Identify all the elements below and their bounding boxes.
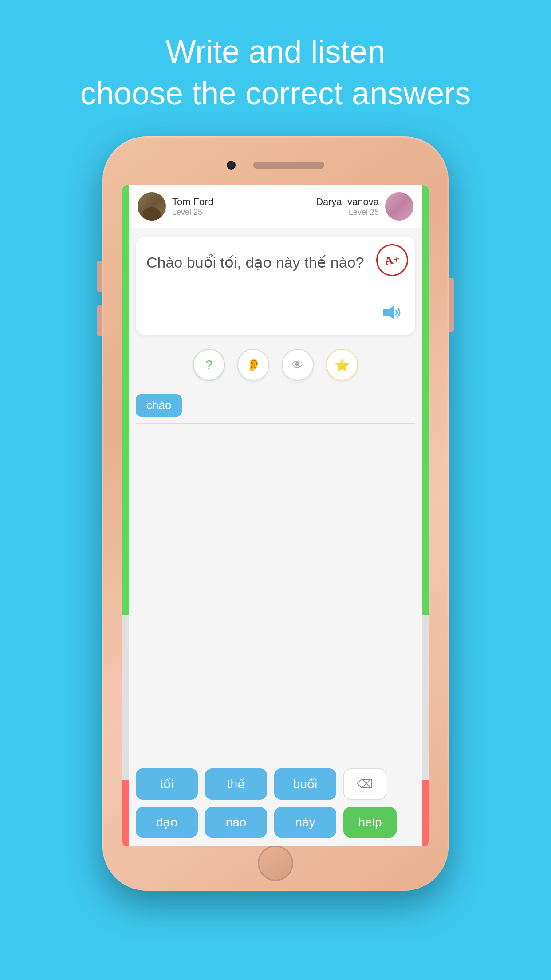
phone-wrapper: Tom Ford Level 25 Darya Ivanova Level 25 bbox=[0, 136, 551, 891]
hint-eye-button[interactable]: 👁 bbox=[282, 349, 314, 381]
player1-avatar-img bbox=[138, 192, 166, 221]
progress-bar-left bbox=[122, 185, 129, 846]
question-text: Chào buổi tối, dạo này thế nào? bbox=[146, 252, 405, 273]
progress-right-red bbox=[422, 780, 429, 846]
star-icon: ⭐ bbox=[335, 358, 350, 372]
word-buttons-area: tối thế buổi ⌫ dạo nào này help bbox=[129, 761, 422, 846]
word-button-the[interactable]: thế bbox=[205, 768, 267, 800]
answer-word-chao[interactable]: chào bbox=[136, 394, 182, 417]
help-button[interactable]: help bbox=[343, 807, 397, 838]
volume-down-button[interactable] bbox=[97, 305, 102, 336]
answer-line-1: chào bbox=[136, 388, 415, 424]
progress-left-red bbox=[122, 780, 129, 846]
player2-info: Darya Ivanova Level 25 bbox=[316, 192, 413, 221]
player2-level: Level 25 bbox=[316, 208, 379, 217]
front-camera-icon bbox=[227, 161, 236, 170]
phone-speaker bbox=[253, 162, 324, 169]
player1-details: Tom Ford Level 25 bbox=[172, 196, 213, 217]
player2-avatar bbox=[385, 192, 413, 221]
word-row-1: tối thế buổi ⌫ bbox=[136, 768, 415, 800]
delete-button[interactable]: ⌫ bbox=[343, 768, 386, 800]
hint-ear-button[interactable]: 👂 bbox=[237, 349, 269, 381]
question-mark-icon: ? bbox=[205, 357, 213, 372]
header-title: Write and listen choose the correct answ… bbox=[0, 31, 551, 114]
home-button[interactable] bbox=[258, 846, 293, 881]
player1-name: Tom Ford bbox=[172, 196, 213, 208]
player2-avatar-img bbox=[385, 192, 413, 221]
word-button-nao[interactable]: nào bbox=[205, 807, 267, 838]
player1-level: Level 25 bbox=[172, 208, 213, 217]
hint-question-button[interactable]: ? bbox=[193, 349, 225, 381]
player2-details: Darya Ivanova Level 25 bbox=[316, 196, 379, 217]
player1-avatar bbox=[138, 192, 166, 221]
phone-device: Tom Ford Level 25 Darya Ivanova Level 25 bbox=[102, 136, 449, 891]
answer-line-2 bbox=[136, 424, 415, 450]
word-button-dao[interactable]: dạo bbox=[136, 807, 198, 838]
word-row-2: dạo nào này help bbox=[136, 807, 415, 838]
ear-icon: 👂 bbox=[246, 358, 261, 372]
app-header: Write and listen choose the correct answ… bbox=[0, 0, 551, 136]
svg-marker-0 bbox=[383, 305, 394, 320]
eye-icon: 👁 bbox=[291, 358, 304, 372]
player-header: Tom Ford Level 25 Darya Ivanova Level 25 bbox=[129, 185, 422, 228]
word-button-nay[interactable]: này bbox=[274, 807, 336, 838]
progress-left-green bbox=[122, 185, 129, 615]
progress-right-green bbox=[422, 185, 429, 615]
answer-area: chào bbox=[129, 388, 422, 761]
question-card: A+ Chào buổi tối, dạo này thế nào? bbox=[136, 237, 415, 335]
power-button[interactable] bbox=[449, 278, 454, 332]
hint-buttons-row: ? 👂 👁 ⭐ bbox=[129, 342, 422, 388]
hint-star-button[interactable]: ⭐ bbox=[326, 349, 358, 381]
progress-bar-right bbox=[422, 185, 429, 846]
audio-button[interactable] bbox=[383, 304, 405, 326]
player2-name: Darya Ivanova bbox=[316, 196, 379, 208]
volume-up-button[interactable] bbox=[97, 261, 102, 292]
player1-info: Tom Ford Level 25 bbox=[138, 192, 213, 221]
phone-screen: Tom Ford Level 25 Darya Ivanova Level 25 bbox=[122, 185, 429, 846]
word-button-toi[interactable]: tối bbox=[136, 768, 198, 800]
screen-content: Tom Ford Level 25 Darya Ivanova Level 25 bbox=[129, 185, 422, 846]
word-button-buoi[interactable]: buổi bbox=[274, 768, 336, 800]
